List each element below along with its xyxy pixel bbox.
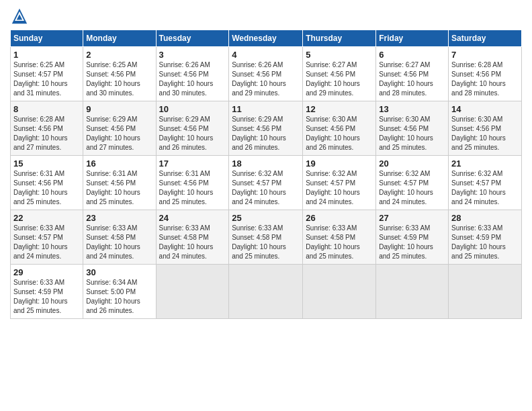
day-info: Sunrise: 6:28 AM Sunset: 4:56 PM Dayligh… [13, 115, 80, 152]
day-info: Sunrise: 6:26 AM Sunset: 4:56 PM Dayligh… [159, 60, 226, 98]
day-info: Sunrise: 6:30 AM Sunset: 4:56 PM Dayligh… [306, 115, 373, 152]
day-number: 25 [232, 213, 300, 223]
day-info: Sunrise: 6:33 AM Sunset: 4:59 PM Dayligh… [13, 278, 80, 316]
day-info: Sunrise: 6:33 AM Sunset: 4:58 PM Dayligh… [86, 224, 152, 261]
calendar-cell: 7Sunrise: 6:28 AM Sunset: 4:56 PM Daylig… [449, 47, 522, 101]
logo-icon [10, 7, 29, 26]
day-number: 22 [13, 213, 80, 223]
weekday-header-thursday: Thursday [303, 30, 376, 47]
calendar-cell: 26Sunrise: 6:33 AM Sunset: 4:58 PM Dayli… [303, 210, 376, 265]
week-row-1: 1Sunrise: 6:25 AM Sunset: 4:57 PM Daylig… [11, 47, 522, 101]
weekday-header-friday: Friday [376, 30, 449, 47]
day-number: 29 [13, 267, 80, 277]
calendar-cell [376, 265, 449, 319]
day-number: 2 [86, 50, 152, 60]
day-number: 10 [159, 104, 226, 114]
calendar-cell: 2Sunrise: 6:25 AM Sunset: 4:56 PM Daylig… [83, 47, 156, 101]
week-row-2: 8Sunrise: 6:28 AM Sunset: 4:56 PM Daylig… [11, 101, 522, 156]
calendar-cell [156, 265, 229, 319]
calendar-cell: 24Sunrise: 6:33 AM Sunset: 4:58 PM Dayli… [156, 210, 229, 265]
calendar-body: 1Sunrise: 6:25 AM Sunset: 4:57 PM Daylig… [11, 47, 522, 319]
calendar-cell: 4Sunrise: 6:26 AM Sunset: 4:56 PM Daylig… [229, 47, 303, 101]
day-info: Sunrise: 6:26 AM Sunset: 4:56 PM Dayligh… [232, 60, 300, 98]
calendar-cell: 20Sunrise: 6:32 AM Sunset: 4:57 PM Dayli… [376, 156, 449, 210]
day-number: 8 [13, 104, 80, 114]
calendar-cell: 12Sunrise: 6:30 AM Sunset: 4:56 PM Dayli… [303, 101, 376, 156]
calendar-cell: 3Sunrise: 6:26 AM Sunset: 4:56 PM Daylig… [156, 47, 229, 101]
calendar-cell: 25Sunrise: 6:33 AM Sunset: 4:58 PM Dayli… [229, 210, 303, 265]
calendar-cell: 14Sunrise: 6:30 AM Sunset: 4:56 PM Dayli… [449, 101, 522, 156]
calendar: SundayMondayTuesdayWednesdayThursdayFrid… [10, 30, 522, 319]
day-number: 6 [379, 50, 445, 60]
calendar-cell [449, 265, 522, 319]
day-info: Sunrise: 6:32 AM Sunset: 4:57 PM Dayligh… [451, 169, 519, 207]
day-number: 17 [159, 158, 226, 169]
day-number: 11 [232, 104, 300, 114]
day-number: 4 [232, 50, 300, 60]
calendar-cell: 15Sunrise: 6:31 AM Sunset: 4:56 PM Dayli… [11, 156, 83, 210]
calendar-cell: 19Sunrise: 6:32 AM Sunset: 4:57 PM Dayli… [303, 156, 376, 210]
calendar-cell: 17Sunrise: 6:31 AM Sunset: 4:56 PM Dayli… [156, 156, 229, 210]
day-info: Sunrise: 6:31 AM Sunset: 4:56 PM Dayligh… [159, 169, 226, 207]
day-number: 26 [306, 213, 373, 223]
day-number: 12 [306, 104, 373, 114]
weekday-header-tuesday: Tuesday [156, 30, 229, 47]
day-number: 15 [13, 158, 80, 169]
day-number: 20 [379, 158, 445, 169]
calendar-cell: 13Sunrise: 6:30 AM Sunset: 4:56 PM Dayli… [376, 101, 449, 156]
day-number: 21 [451, 158, 519, 169]
calendar-cell: 28Sunrise: 6:33 AM Sunset: 4:59 PM Dayli… [449, 210, 522, 265]
day-number: 1 [13, 50, 80, 60]
day-number: 30 [86, 267, 152, 277]
calendar-cell: 30Sunrise: 6:34 AM Sunset: 5:00 PM Dayli… [83, 265, 156, 319]
day-number: 23 [86, 213, 152, 223]
calendar-cell: 22Sunrise: 6:33 AM Sunset: 4:57 PM Dayli… [11, 210, 83, 265]
weekday-header-saturday: Saturday [449, 30, 522, 47]
day-info: Sunrise: 6:29 AM Sunset: 4:56 PM Dayligh… [159, 115, 226, 152]
day-info: Sunrise: 6:34 AM Sunset: 5:00 PM Dayligh… [86, 278, 152, 316]
day-info: Sunrise: 6:33 AM Sunset: 4:58 PM Dayligh… [306, 224, 373, 261]
day-number: 28 [451, 213, 519, 223]
day-number: 3 [159, 50, 226, 60]
header-row: SundayMondayTuesdayWednesdayThursdayFrid… [11, 30, 522, 47]
calendar-cell: 5Sunrise: 6:27 AM Sunset: 4:56 PM Daylig… [303, 47, 376, 101]
day-number: 13 [379, 104, 445, 114]
header [10, 7, 522, 26]
weekday-header-sunday: Sunday [11, 30, 83, 47]
day-info: Sunrise: 6:27 AM Sunset: 4:56 PM Dayligh… [379, 60, 445, 98]
day-info: Sunrise: 6:29 AM Sunset: 4:56 PM Dayligh… [232, 115, 300, 152]
weekday-header-monday: Monday [83, 30, 156, 47]
day-info: Sunrise: 6:31 AM Sunset: 4:56 PM Dayligh… [13, 169, 80, 207]
day-number: 18 [232, 158, 300, 169]
day-info: Sunrise: 6:31 AM Sunset: 4:56 PM Dayligh… [86, 169, 152, 207]
week-row-5: 29Sunrise: 6:33 AM Sunset: 4:59 PM Dayli… [11, 265, 522, 319]
day-number: 19 [306, 158, 373, 169]
week-row-4: 22Sunrise: 6:33 AM Sunset: 4:57 PM Dayli… [11, 210, 522, 265]
day-info: Sunrise: 6:25 AM Sunset: 4:57 PM Dayligh… [13, 60, 80, 98]
day-number: 24 [159, 213, 226, 223]
calendar-cell [303, 265, 376, 319]
day-info: Sunrise: 6:33 AM Sunset: 4:59 PM Dayligh… [451, 224, 519, 261]
day-info: Sunrise: 6:29 AM Sunset: 4:56 PM Dayligh… [86, 115, 152, 152]
day-info: Sunrise: 6:33 AM Sunset: 4:58 PM Dayligh… [159, 224, 226, 261]
day-number: 9 [86, 104, 152, 114]
day-info: Sunrise: 6:32 AM Sunset: 4:57 PM Dayligh… [306, 169, 373, 207]
calendar-cell: 21Sunrise: 6:32 AM Sunset: 4:57 PM Dayli… [449, 156, 522, 210]
day-info: Sunrise: 6:33 AM Sunset: 4:58 PM Dayligh… [232, 224, 300, 261]
day-info: Sunrise: 6:32 AM Sunset: 4:57 PM Dayligh… [232, 169, 300, 207]
logo [10, 7, 32, 26]
day-number: 14 [451, 104, 519, 114]
day-info: Sunrise: 6:30 AM Sunset: 4:56 PM Dayligh… [379, 115, 445, 152]
day-info: Sunrise: 6:25 AM Sunset: 4:56 PM Dayligh… [86, 60, 152, 98]
calendar-cell: 9Sunrise: 6:29 AM Sunset: 4:56 PM Daylig… [83, 101, 156, 156]
calendar-cell: 10Sunrise: 6:29 AM Sunset: 4:56 PM Dayli… [156, 101, 229, 156]
calendar-cell: 27Sunrise: 6:33 AM Sunset: 4:59 PM Dayli… [376, 210, 449, 265]
calendar-cell: 29Sunrise: 6:33 AM Sunset: 4:59 PM Dayli… [11, 265, 83, 319]
day-number: 16 [86, 158, 152, 169]
day-number: 5 [306, 50, 373, 60]
calendar-cell: 8Sunrise: 6:28 AM Sunset: 4:56 PM Daylig… [11, 101, 83, 156]
week-row-3: 15Sunrise: 6:31 AM Sunset: 4:56 PM Dayli… [11, 156, 522, 210]
day-number: 27 [379, 213, 445, 223]
calendar-cell: 18Sunrise: 6:32 AM Sunset: 4:57 PM Dayli… [229, 156, 303, 210]
weekday-header-wednesday: Wednesday [229, 30, 303, 47]
